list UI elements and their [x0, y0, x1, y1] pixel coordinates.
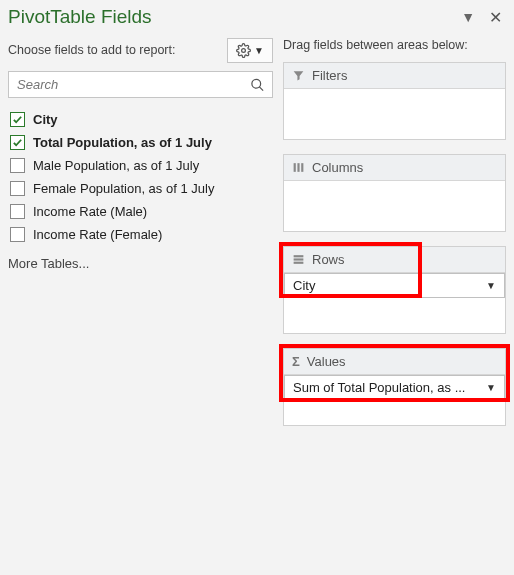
rows-icon — [292, 253, 305, 266]
columns-label: Columns — [312, 160, 363, 175]
tools-button[interactable]: ▼ — [227, 38, 273, 63]
checkbox-icon — [10, 112, 25, 127]
field-item-city[interactable]: City — [10, 112, 273, 127]
field-item-female-population[interactable]: Female Population, as of 1 July — [10, 181, 273, 196]
checkbox-icon — [10, 135, 25, 150]
chevron-down-icon: ▼ — [486, 382, 496, 393]
close-icon[interactable]: ✕ — [489, 8, 502, 27]
columns-header: Columns — [284, 155, 505, 181]
filters-dropzone[interactable] — [284, 89, 505, 139]
columns-area[interactable]: Columns — [283, 154, 506, 232]
field-label: Male Population, as of 1 July — [33, 158, 199, 173]
areas-section: Drag fields between areas below: Filters… — [283, 32, 506, 567]
values-area[interactable]: Σ Values Sum of Total Population, as ...… — [283, 348, 506, 426]
values-label: Values — [307, 354, 346, 369]
rows-item-label: City — [293, 278, 315, 293]
values-header: Σ Values — [284, 349, 505, 375]
rows-area[interactable]: Rows City ▼ — [283, 246, 506, 334]
svg-point-0 — [242, 49, 246, 53]
field-label: Income Rate (Male) — [33, 204, 147, 219]
checkbox-icon — [10, 227, 25, 242]
pane-header: PivotTable Fields ▼ ✕ — [8, 4, 506, 32]
svg-rect-3 — [294, 163, 296, 172]
search-field-wrap — [8, 71, 273, 98]
values-item-label: Sum of Total Population, as ... — [293, 380, 465, 395]
sigma-icon: Σ — [292, 354, 300, 369]
checkbox-icon — [10, 204, 25, 219]
gear-icon — [236, 43, 251, 58]
field-item-income-male[interactable]: Income Rate (Male) — [10, 204, 273, 219]
svg-rect-8 — [294, 262, 304, 264]
field-label: Female Population, as of 1 July — [33, 181, 214, 196]
rows-label: Rows — [312, 252, 345, 267]
field-label: City — [33, 112, 58, 127]
field-list: City Total Population, as of 1 July Male… — [8, 108, 273, 252]
rows-dropzone[interactable]: City ▼ — [284, 273, 505, 333]
field-item-male-population[interactable]: Male Population, as of 1 July — [10, 158, 273, 173]
search-input[interactable] — [8, 71, 273, 98]
rows-item-city[interactable]: City ▼ — [284, 273, 505, 298]
field-label: Total Population, as of 1 July — [33, 135, 212, 150]
pane-title: PivotTable Fields — [8, 6, 152, 28]
drag-label: Drag fields between areas below: — [283, 38, 506, 52]
chevron-down-icon: ▼ — [486, 280, 496, 291]
more-tables-link[interactable]: More Tables... — [8, 256, 273, 271]
svg-rect-7 — [294, 258, 304, 260]
svg-rect-5 — [301, 163, 303, 172]
filters-area[interactable]: Filters — [283, 62, 506, 140]
values-dropzone[interactable]: Sum of Total Population, as ... ▼ — [284, 375, 505, 425]
values-item-sum[interactable]: Sum of Total Population, as ... ▼ — [284, 375, 505, 400]
dropdown-icon[interactable]: ▼ — [461, 9, 475, 25]
chevron-down-icon: ▼ — [254, 45, 264, 56]
filters-label: Filters — [312, 68, 347, 83]
field-item-total-population[interactable]: Total Population, as of 1 July — [10, 135, 273, 150]
svg-rect-6 — [294, 255, 304, 257]
pane-header-controls: ▼ ✕ — [461, 8, 502, 27]
checkbox-icon — [10, 181, 25, 196]
filter-icon — [292, 69, 305, 82]
filters-header: Filters — [284, 63, 505, 89]
choose-fields-label: Choose fields to add to report: — [8, 42, 175, 58]
checkbox-icon — [10, 158, 25, 173]
svg-rect-4 — [297, 163, 299, 172]
columns-icon — [292, 161, 305, 174]
field-item-income-female[interactable]: Income Rate (Female) — [10, 227, 273, 242]
field-label: Income Rate (Female) — [33, 227, 162, 242]
pivottable-fields-pane: PivotTable Fields ▼ ✕ Choose fields to a… — [0, 0, 514, 575]
rows-header: Rows — [284, 247, 505, 273]
columns-dropzone[interactable] — [284, 181, 505, 231]
fields-section: Choose fields to add to report: ▼ City — [8, 32, 273, 567]
